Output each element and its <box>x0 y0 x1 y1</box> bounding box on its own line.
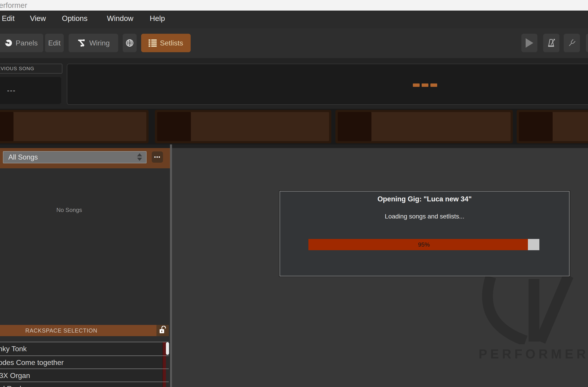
rackspace-selection-label: RACKSPACE SELECTION <box>25 327 97 334</box>
edit-view-button[interactable]: Edit <box>45 34 64 52</box>
progress-bar: 95% <box>308 239 539 250</box>
menu-view[interactable]: View <box>30 14 46 23</box>
rackspace-scrollbar-lower-track[interactable] <box>166 355 169 387</box>
dash <box>422 83 428 87</box>
menu-edit[interactable]: Edit <box>2 14 15 23</box>
edit-button-label: Edit <box>48 39 61 47</box>
tuning-fork-icon <box>567 39 576 47</box>
rackspace-item[interactable]: HB3X Organ <box>0 369 169 382</box>
current-song-placeholder-dashes <box>413 83 437 87</box>
opening-gig-dialog: Opening Gig: "Luca new 34" Loading songs… <box>280 191 569 276</box>
dialog-title: Opening Gig: "Luca new 34" <box>280 195 569 203</box>
globe-icon <box>126 39 134 47</box>
previous-song-value: --- <box>0 77 61 104</box>
rackspace-lock-button[interactable] <box>156 325 169 336</box>
setlists-view-button[interactable]: Setlists <box>141 34 191 52</box>
song-display-strip: PREVIOUS SONG --- <box>0 58 588 109</box>
dash <box>413 83 420 87</box>
play-icon <box>526 38 533 48</box>
metronome-icon <box>547 39 556 47</box>
song-part-tile[interactable] <box>0 110 148 143</box>
rackspace-item[interactable]: Honky Tonk <box>0 342 169 355</box>
rackspace-selection-header: RACKSPACE SELECTION <box>0 325 156 336</box>
play-button[interactable] <box>521 34 537 52</box>
wiring-view-button[interactable]: Wiring <box>69 34 118 52</box>
dropdown-spinner-icon <box>137 153 142 161</box>
panels-view-button[interactable]: Panels <box>0 34 43 52</box>
global-rackspace-button[interactable] <box>123 34 137 52</box>
window-title: erformer <box>0 1 27 10</box>
panels-icon <box>4 39 13 47</box>
song-filter-bar: All Songs ••• <box>0 148 170 168</box>
tuner-button[interactable] <box>564 34 580 52</box>
wiring-icon <box>77 39 86 47</box>
part-thumbnail <box>157 112 191 141</box>
song-part-tile[interactable] <box>517 110 588 143</box>
horizontal-divider <box>0 144 588 148</box>
rackspace-list: Honky Tonk Rhodes Come together HB3X Org… <box>0 342 170 387</box>
menu-options[interactable]: Options <box>62 14 87 23</box>
previous-song-label: PREVIOUS SONG <box>0 64 62 74</box>
toolbar: Panels Edit Wiring Setlis <box>0 28 588 59</box>
part-thumbnail <box>338 112 371 141</box>
progress-percent-label: 95% <box>308 239 539 250</box>
menu-window[interactable]: Window <box>107 14 133 23</box>
unlock-icon <box>159 326 167 335</box>
rackspace-item[interactable]: Hard Rock <box>0 382 169 387</box>
performer-watermark-text: PERFORMER <box>479 346 588 361</box>
part-thumbnail <box>519 112 553 141</box>
songs-filter-value: All Songs <box>8 153 38 161</box>
toolbar-partial-button[interactable] <box>586 34 588 52</box>
metronome-button[interactable] <box>543 34 559 52</box>
setlist-icon <box>148 39 157 47</box>
song-part-tile[interactable] <box>336 110 513 143</box>
sidebar-divider[interactable] <box>170 144 172 387</box>
dash <box>430 83 437 87</box>
panels-button-label: Panels <box>16 39 38 47</box>
empty-songs-message: No Songs <box>0 206 154 214</box>
dialog-message: Loading songs and setlists... <box>280 213 569 220</box>
menu-help[interactable]: Help <box>150 14 165 23</box>
song-part-tile[interactable] <box>155 110 331 143</box>
part-thumbnail <box>0 112 14 141</box>
window-title-bar: erformer <box>0 0 588 11</box>
setlists-button-label: Setlists <box>160 39 183 47</box>
setlist-sidebar: All Songs ••• No Songs RACKSPACE SELECTI… <box>0 148 170 387</box>
songs-filter-dropdown[interactable]: All Songs <box>3 151 147 163</box>
rackspace-item[interactable]: Rhodes Come together <box>0 356 169 369</box>
menu-bar: Edit View Options Window Help <box>0 11 588 29</box>
wiring-button-label: Wiring <box>89 39 110 47</box>
songs-more-button[interactable]: ••• <box>152 151 163 163</box>
song-parts-row <box>0 109 588 144</box>
current-song-panel <box>67 64 588 105</box>
rackspace-scrollbar-thumb[interactable] <box>166 342 169 355</box>
